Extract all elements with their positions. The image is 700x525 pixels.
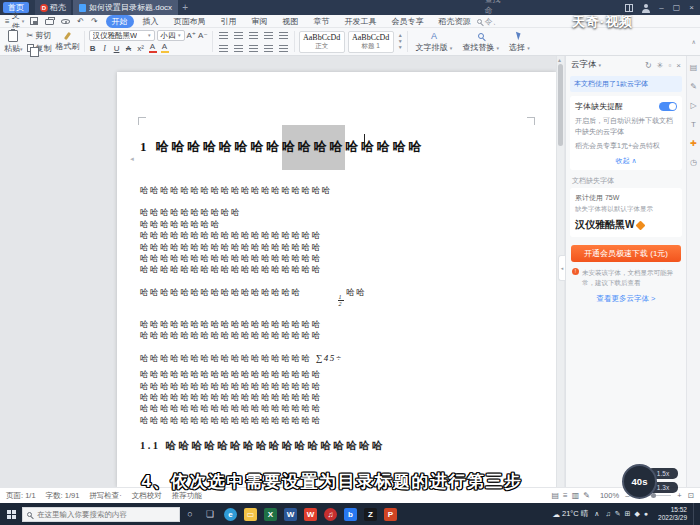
font-style-button-6[interactable]: A (161, 43, 169, 53)
docer-tab[interactable]: D 稻壳 (35, 0, 71, 15)
align-right-icon[interactable] (247, 43, 260, 54)
font-size-combo[interactable]: 小四 ▾ (157, 30, 185, 41)
taskbar-search[interactable] (22, 507, 180, 522)
copy-button[interactable]: 复制 (27, 43, 52, 54)
sidebar-collapse-handle[interactable]: ◂ (558, 255, 565, 281)
font-style-button-0[interactable]: B (89, 44, 97, 53)
show-desktop-button[interactable] (693, 503, 696, 525)
side-tab-icon-1[interactable]: ✎ (690, 83, 697, 91)
minimize-button[interactable]: – (659, 3, 663, 12)
document-tab[interactable]: 如何设置目录标题.docx (73, 0, 178, 15)
taskbar-app-browser[interactable]: b (344, 508, 357, 521)
side-tab-icon-0[interactable]: ▤ (690, 64, 698, 72)
menu-tab-开始[interactable]: 开始 (106, 15, 134, 28)
undo-icon[interactable]: ↶ (77, 17, 84, 26)
layout-switch-icon[interactable] (625, 4, 633, 12)
menu-tab-页面布局[interactable]: 页面布局 (168, 15, 212, 28)
format-painter-button[interactable]: 格式刷 (56, 32, 80, 52)
panel-title[interactable]: 云字体 ▾ (571, 59, 601, 71)
align-left-icon[interactable] (217, 43, 230, 54)
paste-button[interactable]: 粘贴▾ (4, 30, 23, 54)
panel-settings-icon[interactable]: ✳ (657, 61, 664, 70)
taskbar-app-app-z[interactable]: Z (364, 508, 377, 521)
shrink-font-button[interactable]: A⁻ (198, 31, 208, 40)
account-icon[interactable] (642, 4, 650, 12)
tool-text-layout[interactable]: A文字排版 ▾ (416, 30, 453, 53)
menu-tab-章节[interactable]: 章节 (308, 15, 336, 28)
taskbar-clock[interactable]: 15:522022/3/29 (658, 506, 687, 523)
taskbar-app-excel[interactable]: X (264, 508, 277, 521)
grow-font-button[interactable]: A⁺ (187, 31, 197, 40)
indent-increase-icon[interactable] (262, 30, 275, 41)
fullscreen-icon[interactable]: ⊡ (688, 491, 694, 500)
taskbar-app-wps[interactable]: W (304, 508, 317, 521)
style-card-0[interactable]: AaBbCcDd正文 (299, 31, 345, 53)
tray-icon-4[interactable]: ● (644, 510, 648, 517)
side-tab-icon-4[interactable]: ✚ (690, 140, 697, 148)
ribbon-collapse-icon[interactable]: ∧ (692, 38, 696, 45)
font-style-button-5[interactable]: A (149, 43, 157, 53)
close-button[interactable]: × (689, 3, 694, 12)
taskbar-app-ppt[interactable]: P (384, 508, 397, 521)
menu-tab-插入[interactable]: 插入 (137, 15, 165, 28)
taskbar-search-input[interactable] (35, 509, 175, 520)
scroll-up-icon[interactable]: ▴ (558, 56, 561, 63)
side-tab-icon-3[interactable]: T (691, 121, 696, 129)
taskbar-app-music[interactable]: ♫ (324, 508, 337, 521)
menu-tab-会员专享[interactable]: 会员专享 (386, 15, 430, 28)
style-card-1[interactable]: AaBbCcDd标题 1 (348, 31, 394, 53)
task-view-button[interactable]: ❏ (200, 509, 220, 519)
style-gallery-arrows[interactable]: ▲▼▼ (398, 33, 403, 50)
missing-font-item[interactable]: 累计使用 75W 缺失字体将以默认字体显示 汉仪雅酷黑W (570, 188, 682, 237)
redo-icon[interactable]: ↷ (91, 17, 98, 26)
font-style-button-3[interactable]: A (125, 44, 133, 53)
font-style-button-2[interactable]: U (113, 44, 121, 53)
tray-expand-icon[interactable]: ∧ (594, 510, 599, 518)
line-spacing-icon[interactable] (277, 43, 290, 54)
panel-close-icon[interactable]: × (676, 61, 681, 70)
print-icon[interactable] (45, 19, 54, 25)
indent-decrease-icon[interactable] (247, 30, 260, 41)
collapse-link[interactable]: 收起 ∧ (575, 156, 677, 166)
font-reminder-toggle[interactable] (659, 102, 677, 111)
menu-tab-开发工具[interactable]: 开发工具 (339, 15, 383, 28)
more-fonts-link[interactable]: 查看更多云字体 > (566, 294, 686, 304)
side-tab-icon-5[interactable]: ◷ (690, 159, 697, 167)
tray-icon-3[interactable]: ◆ (634, 510, 639, 517)
side-tab-icon-2[interactable]: ▷ (690, 102, 696, 110)
font-style-button-1[interactable]: I (101, 44, 109, 53)
taskbar-app-edge[interactable]: e (224, 508, 237, 521)
new-tab-button[interactable]: + (182, 0, 188, 15)
font-name-combo[interactable]: 汉仪雅酷黑W ▾ (89, 30, 155, 41)
taskbar-app-file-explorer[interactable]: ▭ (244, 508, 257, 521)
tool-cursor[interactable]: 选择 ▾ (509, 30, 530, 53)
panel-refresh-icon[interactable]: ↻ (645, 61, 652, 70)
start-button[interactable] (0, 510, 22, 519)
tray-icon-1[interactable]: ✎ (615, 510, 621, 517)
tray-icon-0[interactable]: ♫ (605, 510, 610, 517)
panel-pin-icon[interactable]: ▫ (668, 61, 671, 70)
download-font-button[interactable]: 开通会员极速下载 (1元) (571, 245, 681, 262)
menu-tab-视图[interactable]: 视图 (277, 15, 305, 28)
align-center-icon[interactable] (232, 43, 245, 54)
numbering-icon[interactable] (232, 30, 245, 41)
cut-button[interactable]: ✂ 剪切 (27, 30, 52, 41)
font-style-button-4[interactable]: x² (137, 44, 145, 53)
tray-icon-2[interactable]: ⊞ (625, 510, 631, 517)
bullets-icon[interactable] (217, 30, 230, 41)
justify-icon[interactable] (262, 43, 275, 54)
menu-tab-审阅[interactable]: 审阅 (246, 15, 274, 28)
menu-tab-引用[interactable]: 引用 (215, 15, 243, 28)
scrollbar-thumb[interactable] (558, 64, 563, 146)
save-icon[interactable] (30, 17, 38, 25)
taskbar-app-word[interactable]: W (284, 508, 297, 521)
maximize-button[interactable]: ▢ (673, 3, 681, 12)
preview-icon[interactable] (61, 19, 70, 24)
weather-widget[interactable]: ☁ 21°C 晴 (552, 509, 588, 519)
font-banner[interactable]: 本文档使用了1款云字体 (570, 76, 682, 92)
document-page[interactable]: ◄ 1 哈哈哈哈哈哈哈哈哈哈哈哈哈哈哈哈哈 哈哈哈哈哈哈哈哈哈哈哈哈哈哈哈哈哈哈… (117, 72, 556, 487)
cortana-button[interactable]: ○ (180, 509, 200, 519)
menu-tab-稻壳资源[interactable]: 稻壳资源 (433, 15, 477, 28)
zoom-in-icon[interactable]: + (677, 491, 681, 500)
video-timer[interactable]: 40s (622, 464, 657, 499)
